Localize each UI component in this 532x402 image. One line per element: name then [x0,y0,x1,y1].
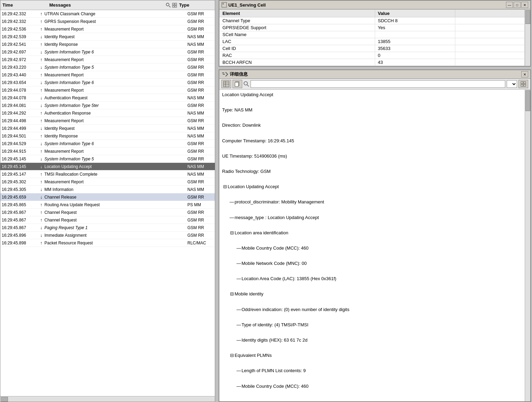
close-button[interactable]: ✕ [521,2,528,8]
detail-tree[interactable]: Location Updating AcceptType: NAS MMDire… [219,90,525,401]
tree-item[interactable]: —Mobile Country Code (MCC): 460 [222,244,522,252]
message-row[interactable]: 16:29:45.659↓Channel ReleaseGSM RR [0,193,215,201]
message-time: 16:29:44.081 [2,103,38,108]
message-row[interactable]: 16:29:44.915↑Measurement ReportGSM RR [0,148,215,155]
message-text: Measurement Report [44,88,187,93]
message-text: Paging Request Type 1 [44,225,187,230]
message-text: Routing Area Update Request [44,202,187,207]
arrow-down-icon: ↓ [38,164,44,169]
search-dropdown[interactable] [507,80,517,88]
message-row[interactable]: 16:29:43.220↓System Information Type 5GS… [0,64,215,71]
message-list-panel: Time Messages Type 16:29:42.332↑UTRAN Cl… [0,0,215,402]
toolbar-table-button[interactable] [221,80,231,88]
message-row[interactable]: 16:29:45.867↑Channel RequestGSM RR [0,209,215,216]
tree-item[interactable]: ⊟Mobile identity [222,290,522,298]
ue-vertical-scrollbar[interactable] [525,9,530,66]
tree-item-text: message_type : Location Updating Accept [235,215,319,220]
tree-collapse-icon[interactable]: ⊟ [222,183,228,191]
message-row[interactable]: 16:29:44.498↑Measurement ReportGSM RR [0,117,215,125]
message-row[interactable]: 16:29:43.654↓System Information Type 6GS… [0,79,215,86]
tree-item[interactable]: —Odd/even indication: (0) even number of… [222,306,522,313]
message-row[interactable]: 16:29:42.697↓System Information Type 6GS… [0,48,215,56]
message-row[interactable]: 16:29:44.529↓System Information Type 6GS… [0,140,215,148]
toolbar-copy-button[interactable] [233,80,242,88]
tree-collapse-icon[interactable]: ⊟ [229,290,235,298]
tree-line-icon: — [236,383,242,390]
message-row[interactable]: 16:29:44.078↑Measurement ReportGSM RR [0,86,215,94]
tree-item[interactable]: Computer Timestamp: 16:29:45.145 [222,137,522,145]
message-row[interactable]: 16:29:45.145↓Location Updating AcceptNAS… [0,163,215,170]
tree-item[interactable]: Location Updating Accept [222,91,522,99]
message-type: GSM RR [187,73,213,77]
horizontal-scrollbar[interactable] [0,396,215,402]
message-row[interactable]: 16:29:45.865↑Routing Area Update Request… [0,201,215,209]
message-row[interactable]: 16:29:44.499↓Identity RequestNAS MM [0,125,215,132]
ue-element-cell: GPRS\EDGE Support [220,24,375,31]
minimize-button[interactable]: — [506,2,513,8]
ue-table-row: Channel TypeSDCCH 8 [220,17,525,24]
message-type: NAS MM [187,111,213,116]
message-row[interactable]: 16:29:44.078↓Authentication RequestNAS M… [0,94,215,102]
detail-close-button[interactable]: ✕ [521,71,528,77]
tree-item[interactable]: Radio Technology: GSM [222,168,522,175]
ue-value-cell: SDCCH 8 [375,17,455,24]
message-type: GSM RR [187,11,213,16]
message-row[interactable]: 16:29:42.972↑Measurement ReportGSM RR [0,56,215,64]
tree-item[interactable]: —message_type : Location Updating Accept [222,214,522,221]
message-time: 16:29:44.529 [2,141,38,146]
arrow-up-icon: ↑ [38,133,44,139]
message-row[interactable]: 16:29:45.305↓MM InformationNAS MM [0,186,215,193]
tree-collapse-icon[interactable]: ⊟ [229,352,235,359]
detail-vertical-scrollbar[interactable] [525,90,530,401]
tree-item[interactable]: —Mobile Country Code (MCC): 460 [222,383,522,390]
message-time: 16:29:43.220 [2,65,38,70]
message-row[interactable]: 16:29:42.539↓Identity RequestNAS MM [0,33,215,41]
message-row[interactable]: 16:29:45.867↓Paging Request Type 1GSM RR [0,224,215,232]
tree-item[interactable]: —Location Area Code (LAC): 13855 (Hex 0x… [222,275,522,283]
message-type: GSM RR [187,27,213,32]
message-row[interactable]: 16:29:45.147↑TMSI Reallocation CompleteN… [0,170,215,178]
tree-item[interactable]: —Type of identity: (4) TMSI/P-TMSI [222,321,522,329]
message-row[interactable]: 16:29:43.440↑Measurement ReportGSM RR [0,71,215,79]
message-row[interactable]: 16:29:42.536↑Measurement ReportGSM RR [0,25,215,33]
tree-item[interactable]: —Identity digits (HEX): 63 61 7c 2d [222,336,522,344]
svg-rect-5 [175,6,177,7]
tree-item[interactable]: —Length of PLMN List contents: 9 [222,367,522,375]
message-row[interactable]: 16:29:45.302↑Measurement ReportGSM RR [0,178,215,186]
tree-item[interactable]: ⊟Equivalent PLMNs [222,352,522,359]
message-list[interactable]: 16:29:42.332↑UTRAN Classmark ChangeGSM R… [0,10,215,396]
tree-item[interactable]: ⊟Location Updating Accept [222,183,522,191]
message-row[interactable]: 16:29:42.541↑Identity ResponseNAS MM [0,41,215,48]
arrow-down-icon: ↓ [38,233,44,238]
message-row[interactable]: 16:29:44.501↑Identity ResponseNAS MM [0,132,215,140]
message-row[interactable]: 16:29:42.332↑UTRAN Classmark ChangeGSM R… [0,10,215,18]
message-time: 16:29:43.654 [2,80,38,85]
tree-item[interactable]: Direction: Downlink [222,122,522,129]
message-row[interactable]: 16:29:45.898↑Packet Resource RequestRLC/… [0,239,215,247]
tree-collapse-icon[interactable]: ⊟ [229,229,235,237]
message-text: Identity Request [44,126,187,131]
tree-line-icon: — [236,260,242,267]
message-row[interactable]: 16:29:45.867↑Channel RequestGSM RR [0,216,215,224]
message-row[interactable]: 16:29:42.332↑GPRS Suspension RequestGSM … [0,18,215,25]
tree-item[interactable]: ⊟Location area identification [222,229,522,237]
message-type: GSM RR [187,80,213,85]
message-row[interactable]: 16:29:44.081↓System Information Type 5te… [0,102,215,109]
message-row[interactable]: 16:29:44.292↑Authentication ResponseNAS … [0,109,215,117]
tree-item[interactable]: —protocol_discriminator: Mobility Manage… [222,198,522,206]
message-time: 16:29:45.867 [2,218,38,223]
arrow-down-icon: ↓ [38,141,44,146]
tree-line-icon: — [236,275,242,283]
grid-icon[interactable] [172,3,177,8]
search-input[interactable] [251,80,505,88]
message-time: 16:29:45.867 [2,210,38,215]
tree-item[interactable]: UE Timestamp: 514906036 (ms) [222,152,522,160]
search-icon[interactable] [166,3,171,8]
tree-item[interactable]: Type: NAS MM [222,106,522,114]
tree-item[interactable]: —Mobile Network Code (MNC): 00 [222,260,522,267]
maximize-button[interactable]: □ [514,2,521,8]
arrow-up-icon: ↑ [38,19,44,24]
message-row[interactable]: 16:29:45.896↓Immediate AssignmentGSM RR [0,232,215,239]
toolbar-grid-button[interactable] [518,80,528,88]
message-row[interactable]: 16:29:45.145↓System Information Type 5GS… [0,155,215,163]
